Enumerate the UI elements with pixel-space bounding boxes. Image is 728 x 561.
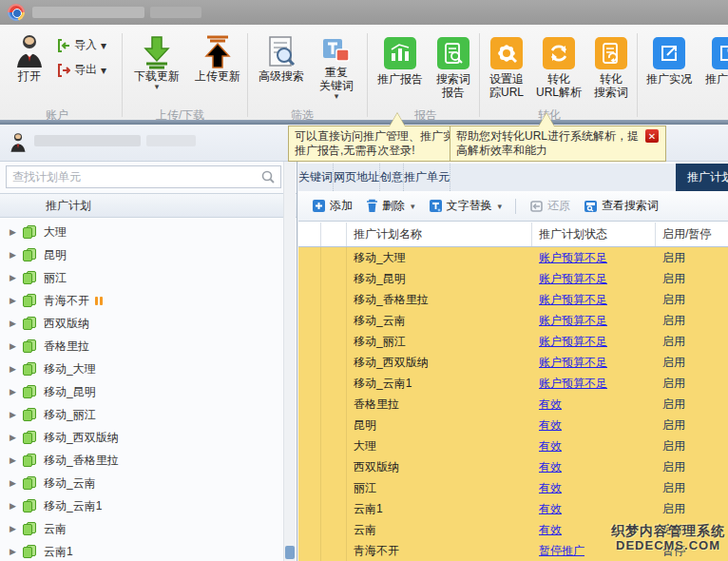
open-account-button[interactable]: 打开	[8, 33, 51, 83]
tab-item[interactable]: 推广单元	[404, 164, 450, 191]
restore-button[interactable]: 还原	[529, 198, 570, 214]
tree-item-plan[interactable]: ▶ 云南	[0, 517, 283, 540]
plan-unit-search-input[interactable]: 查找计划单元	[6, 165, 281, 188]
download-update-dropdown-arrow[interactable]: ▾	[155, 83, 160, 90]
expand-arrow-icon[interactable]: ▶	[10, 524, 19, 533]
promo-live-button[interactable]: 推广实况	[642, 37, 697, 86]
delete-dropdown-arrow[interactable]: ▾	[411, 202, 415, 211]
tree-item-plan[interactable]: ▶ 移动_丽江	[0, 403, 283, 426]
tree-item-plan[interactable]: ▶ 移动_香格里拉	[0, 449, 283, 472]
table-row[interactable]: 昆明 有效 启用	[298, 415, 728, 435]
status-link[interactable]: 有效	[539, 439, 562, 453]
tree-item-plan[interactable]: ▶ 云南1	[0, 540, 283, 561]
tree-item-plan[interactable]: ▶ 香格里拉	[0, 335, 283, 358]
cell-select[interactable]	[298, 289, 321, 310]
status-link[interactable]: 账户预算不足	[539, 314, 607, 327]
tab-item[interactable]: 创意	[380, 164, 404, 191]
search-icon[interactable]	[261, 170, 275, 184]
cell-select[interactable]	[298, 456, 321, 477]
table-row[interactable]: 移动_昆明 账户预算不足 启用	[298, 268, 728, 289]
tree-item-plan[interactable]: ▶ 青海不开	[0, 289, 283, 312]
view-search-terms-button[interactable]: 查看搜索词	[584, 198, 659, 214]
tree-item-plan[interactable]: ▶ 移动_大理	[0, 358, 283, 380]
table-row[interactable]: 丽江 有效 启用	[298, 477, 728, 498]
status-link[interactable]: 账户预算不足	[539, 251, 607, 264]
status-link[interactable]: 暂停推广	[539, 544, 584, 557]
cell-select[interactable]	[298, 415, 321, 435]
tree-item-plan[interactable]: ▶ 移动_云南1	[0, 494, 283, 517]
tab-promo-plan-active[interactable]: 推广计划	[676, 164, 728, 191]
cell-select[interactable]	[298, 519, 321, 540]
table-row[interactable]: 大理 有效 启用	[298, 435, 728, 456]
expand-arrow-icon[interactable]: ▶	[10, 433, 19, 442]
conv-search-terms-button[interactable]: 转化 搜索词	[587, 37, 635, 99]
expand-arrow-icon[interactable]: ▶	[10, 455, 19, 465]
col-header-plan-status[interactable]: 推广计划状态	[532, 222, 656, 246]
table-row[interactable]: 云南1 有效 启用	[298, 498, 728, 519]
import-dropdown-arrow[interactable]: ▾	[101, 39, 106, 52]
col-header-enable-pause[interactable]: 启用/暂停	[656, 222, 728, 246]
import-button[interactable]: 导入 ▾	[57, 37, 106, 53]
col-select[interactable]	[298, 222, 321, 246]
promo-report-button[interactable]: 推广报告	[373, 37, 428, 86]
expand-arrow-icon[interactable]: ▶	[10, 364, 19, 374]
tab-item[interactable]: 关键词	[298, 164, 334, 191]
tree-item-plan[interactable]: ▶ 大理	[0, 221, 283, 243]
cell-select[interactable]	[298, 310, 321, 331]
cell-select[interactable]	[298, 247, 321, 268]
tree-item-plan[interactable]: ▶ 移动_昆明	[0, 380, 283, 403]
duplicate-keywords-dropdown-arrow[interactable]: ▾	[335, 92, 339, 100]
cell-select[interactable]	[298, 352, 321, 373]
expand-arrow-icon[interactable]: ▶	[10, 410, 19, 419]
status-link[interactable]: 账户预算不足	[539, 377, 607, 390]
table-row[interactable]: 移动_大理 账户预算不足 启用	[298, 247, 728, 268]
table-row[interactable]: 移动_云南 账户预算不足 启用	[298, 310, 728, 331]
tree-item-plan[interactable]: ▶ 移动_云南	[0, 472, 283, 494]
expand-arrow-icon[interactable]: ▶	[10, 501, 19, 511]
cell-select[interactable]	[298, 540, 321, 561]
promo-manage-button[interactable]: 推广管理	[700, 37, 728, 86]
table-row[interactable]: 香格里拉 有效 启用	[298, 394, 728, 415]
tab-item[interactable]: 网页地址	[334, 164, 380, 191]
upload-update-button[interactable]: 上传更新	[188, 35, 247, 83]
expand-arrow-icon[interactable]: ▶	[10, 547, 19, 556]
delete-button[interactable]: 删除 ▾	[366, 198, 415, 214]
tree-item-plan[interactable]: ▶ 西双版纳	[0, 312, 283, 335]
export-button[interactable]: 导出 ▾	[57, 62, 106, 78]
conv-url-parse-button[interactable]: 转化 URL解析	[532, 37, 585, 99]
status-link[interactable]: 账户预算不足	[539, 293, 607, 306]
status-link[interactable]: 有效	[539, 481, 562, 494]
expand-arrow-icon[interactable]: ▶	[10, 341, 19, 351]
export-dropdown-arrow[interactable]: ▾	[101, 64, 106, 77]
expand-arrow-icon[interactable]: ▶	[10, 296, 19, 305]
text-replace-dropdown-arrow[interactable]: ▾	[498, 202, 503, 211]
table-row[interactable]: 西双版纳 有效 启用	[298, 456, 728, 477]
advanced-search-button[interactable]: 高级搜索	[253, 35, 310, 83]
table-row[interactable]: 移动_丽江 账户预算不足 启用	[298, 331, 728, 352]
status-link[interactable]: 有效	[539, 502, 562, 515]
search-term-report-button[interactable]: 搜索词 报告	[430, 37, 477, 99]
title-bar[interactable]	[0, 0, 728, 25]
status-link[interactable]: 有效	[539, 460, 562, 474]
status-link[interactable]: 有效	[539, 523, 562, 536]
expand-arrow-icon[interactable]: ▶	[10, 478, 19, 488]
set-tracking-url-button[interactable]: 设置追 踪URL	[483, 37, 530, 99]
expand-arrow-icon[interactable]: ▶	[10, 227, 19, 237]
tooltip-close-button[interactable]: ✕	[645, 129, 659, 143]
status-link[interactable]: 有效	[539, 418, 562, 432]
tree-item-plan[interactable]: ▶ 丽江	[0, 266, 283, 289]
status-link[interactable]: 账户预算不足	[539, 272, 607, 285]
download-update-button[interactable]: 下载更新 ▾	[127, 35, 186, 90]
col-header-plan-name[interactable]: 推广计划名称	[347, 222, 532, 246]
sidebar-scrollbar[interactable]	[283, 162, 296, 561]
expand-arrow-icon[interactable]: ▶	[10, 250, 19, 260]
status-link[interactable]: 账户预算不足	[539, 335, 607, 348]
cell-select[interactable]	[298, 498, 321, 519]
cell-select[interactable]	[298, 394, 321, 415]
cell-select[interactable]	[298, 331, 321, 352]
cell-select[interactable]	[298, 373, 321, 394]
cell-select[interactable]	[298, 435, 321, 456]
sidebar-scrollbar-thumb[interactable]	[285, 546, 295, 559]
tree-item-plan[interactable]: ▶ 移动_西双版纳	[0, 426, 283, 449]
table-row[interactable]: 移动_香格里拉 账户预算不足 启用	[298, 289, 728, 310]
